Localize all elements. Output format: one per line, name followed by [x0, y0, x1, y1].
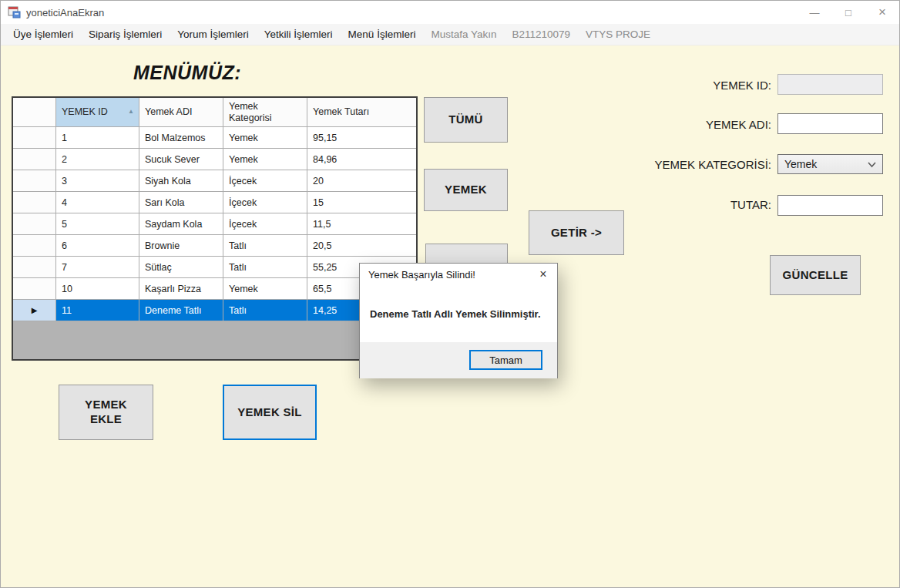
menu-item[interactable]: Yetkili İşlemleri — [257, 25, 341, 44]
table-cell[interactable]: Brownie — [139, 235, 223, 257]
table-cell[interactable]: Yemek — [223, 127, 307, 149]
table-cell[interactable]: 10 — [56, 278, 139, 300]
table-cell[interactable]: Siyah Kola — [139, 170, 223, 192]
row-selector-cell[interactable]: ▶ — [13, 300, 56, 321]
yemek-ekle-button[interactable]: YEMEK EKLE — [59, 385, 153, 440]
column-header-label: Yemek ADI — [145, 106, 192, 117]
row-selector-cell[interactable] — [13, 192, 56, 213]
menu-bar: Üye İşlemleriSipariş İşlemleriYorum İşle… — [1, 24, 899, 45]
table-cell[interactable]: Tatlı — [223, 257, 307, 278]
menu-item[interactable]: Üye İşlemleri — [5, 25, 81, 44]
yemek-id-label: YEMEK ID: — [586, 79, 771, 92]
row-selector-cell[interactable] — [13, 213, 56, 235]
table-cell[interactable]: 6 — [56, 235, 139, 257]
table-row[interactable]: 4Sarı Kolaİçecek15 — [13, 192, 416, 213]
row-selector-cell[interactable] — [13, 127, 56, 149]
window-title: yoneticiAnaEkran — [26, 7, 104, 18]
table-row[interactable]: 2Sucuk SeverYemek84,96 — [13, 149, 416, 170]
app-window: yoneticiAnaEkran — □ × Üye İşlemleriSipa… — [0, 0, 900, 588]
table-row[interactable]: 6BrownieTatlı20,5 — [13, 235, 416, 257]
getir-button[interactable]: GETİR -> — [529, 210, 624, 255]
table-cell[interactable]: 20 — [307, 170, 416, 192]
table-cell[interactable]: 5 — [56, 213, 139, 235]
app-icon — [8, 6, 21, 18]
table-row[interactable]: 3Siyah Kolaİçecek20 — [13, 170, 416, 192]
table-row[interactable]: 7SütlaçTatlı55,25 — [13, 257, 416, 278]
selected-category-value: Yemek — [784, 158, 817, 170]
column-header-yemek-tutari[interactable]: Yemek Tutarı — [307, 98, 416, 127]
table-cell[interactable]: 11 — [56, 300, 139, 321]
window-controls: — □ × — [798, 1, 899, 24]
table-cell[interactable]: 4 — [56, 192, 139, 213]
dialog-title: Yemek Başarıyla Silindi! — [368, 269, 475, 281]
column-header-yemek-kategorisi[interactable]: Yemek Kategorisi — [223, 98, 307, 127]
menu-item[interactable]: Yorum İşlemleri — [170, 25, 257, 44]
yemek-sil-button[interactable]: YEMEK SİL — [223, 385, 317, 440]
table-cell[interactable]: İçecek — [223, 213, 307, 235]
yemek-filter-button[interactable]: YEMEK — [424, 169, 508, 211]
row-selector-cell[interactable] — [13, 278, 56, 300]
table-cell[interactable]: Saydam Kola — [139, 213, 223, 235]
current-row-arrow-icon: ▶ — [32, 306, 38, 314]
menu-item: Mustafa Yakın — [423, 25, 504, 44]
table-row[interactable]: 10Kaşarlı PizzaYemek65,5 — [13, 278, 416, 300]
table-cell[interactable]: 84,96 — [307, 149, 416, 170]
table-cell[interactable]: 11,5 — [307, 213, 416, 235]
table-header-row: YEMEK ID ▲ Yemek ADI Yemek Kategorisi Ye… — [13, 98, 416, 127]
table-cell[interactable]: 2 — [56, 149, 139, 170]
table-cell[interactable]: İçecek — [223, 192, 307, 213]
dialog-message: Deneme Tatlı Adlı Yemek Silinmiştir. — [370, 308, 541, 320]
yemek-adi-field[interactable] — [777, 113, 883, 134]
table-row[interactable]: 1Bol MalzemosYemek95,15 — [13, 127, 416, 149]
column-header-yemek-id[interactable]: YEMEK ID ▲ — [56, 98, 139, 127]
table-cell[interactable]: Tatlı — [223, 300, 307, 321]
tutar-field[interactable] — [777, 195, 883, 216]
table-cell[interactable]: Yemek — [223, 149, 307, 170]
title-bar: yoneticiAnaEkran — □ × — [1, 1, 899, 24]
column-header-label: Yemek Kategorisi — [229, 101, 301, 123]
menu-item: B211210079 — [504, 25, 578, 44]
row-selector-cell[interactable] — [13, 149, 56, 170]
table-cell[interactable]: 7 — [56, 257, 139, 278]
maximize-icon[interactable]: □ — [831, 1, 865, 24]
table-cell[interactable]: 1 — [56, 127, 139, 149]
table-cell[interactable]: 3 — [56, 170, 139, 192]
menu-item[interactable]: Sipariş İşlemleri — [81, 25, 170, 44]
row-selector-cell[interactable] — [13, 235, 56, 257]
table-cell[interactable]: İçecek — [223, 170, 307, 192]
table-cell[interactable]: Tatlı — [223, 235, 307, 257]
table-cell[interactable]: 15 — [307, 192, 416, 213]
yemek-kategorisi-label: YEMEK KATEGORİSİ: — [586, 158, 771, 171]
table-cell[interactable]: Sarı Kola — [139, 192, 223, 213]
yemek-id-field[interactable] — [777, 74, 883, 95]
column-header-label: Yemek Tutarı — [313, 106, 369, 117]
table-cell[interactable]: Sucuk Sever — [139, 149, 223, 170]
table-cell[interactable]: Sütlaç — [139, 257, 223, 278]
row-selector-cell[interactable] — [13, 170, 56, 192]
column-header-yemek-adi[interactable]: Yemek ADI — [139, 98, 223, 127]
dialog-close-icon[interactable]: × — [529, 264, 557, 285]
table-cell[interactable]: Deneme Tatlı — [139, 300, 223, 321]
minimize-icon[interactable]: — — [798, 1, 831, 24]
table-cell[interactable]: Yemek — [223, 278, 307, 300]
table-cell[interactable]: Bol Malzemos — [139, 127, 223, 149]
dialog-ok-button[interactable]: Tamam — [469, 350, 542, 370]
sort-ascending-icon: ▲ — [128, 108, 134, 115]
column-header-label: YEMEK ID — [62, 106, 108, 117]
table-cell[interactable]: 20,5 — [307, 235, 416, 257]
tumu-button[interactable]: TÜMÜ — [424, 97, 508, 143]
menu-table[interactable]: YEMEK ID ▲ Yemek ADI Yemek Kategorisi Ye… — [12, 96, 418, 361]
table-cell[interactable]: 95,15 — [307, 127, 416, 149]
menu-item[interactable]: Menü İşlemleri — [341, 25, 424, 44]
menu-item: VTYS PROJE — [578, 25, 658, 44]
tutar-label: TUTAR: — [586, 198, 771, 211]
row-selector-cell[interactable] — [13, 257, 56, 278]
guncelle-button[interactable]: GÜNCELLE — [770, 255, 861, 295]
yemek-kategorisi-select[interactable]: Yemek — [777, 154, 883, 174]
yemek-ekle-label-line1: YEMEK — [85, 398, 127, 412]
table-row[interactable]: 5Saydam Kolaİçecek11,5 — [13, 213, 416, 235]
yemek-adi-label: YEMEK ADI: — [586, 118, 771, 131]
close-icon[interactable]: × — [865, 1, 899, 24]
table-cell[interactable]: Kaşarlı Pizza — [139, 278, 223, 300]
table-row[interactable]: ▶11Deneme TatlıTatlı14,25 — [13, 300, 416, 321]
